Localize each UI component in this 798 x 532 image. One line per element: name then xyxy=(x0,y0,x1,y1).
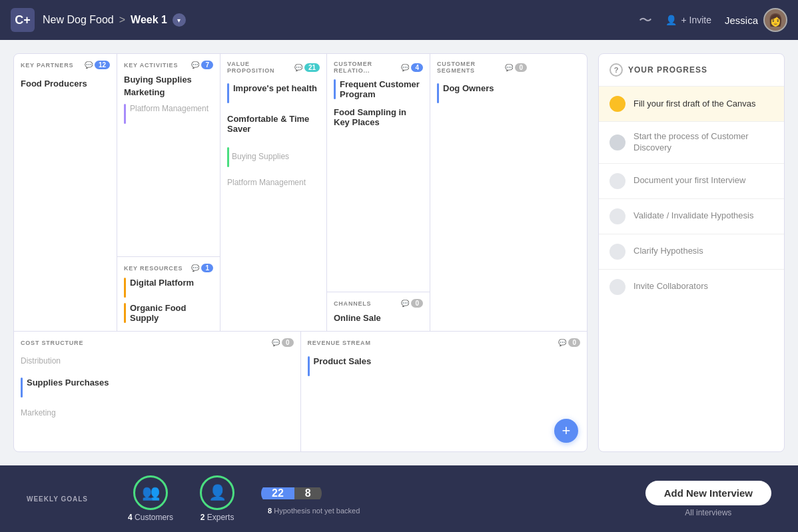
key-partners-col: KEY PARTNERS 💬 12 Food Producers xyxy=(14,54,117,331)
list-item[interactable]: Improve's pet health xyxy=(227,82,320,103)
list-item[interactable]: Frequent Customer Program xyxy=(334,78,423,101)
cost-structure-col: COST STRUCTURE 💬 0 Distribution Supplies… xyxy=(14,332,301,451)
help-icon[interactable]: ? xyxy=(609,63,623,77)
list-item[interactable]: Food Sampling in Key Places xyxy=(334,106,423,129)
experts-goal-text: 2 Experts xyxy=(200,513,234,522)
person-group-icon: 👥 xyxy=(142,484,160,501)
progress-circle-5 xyxy=(609,244,625,260)
list-item[interactable]: Buying Supplies xyxy=(124,73,213,86)
channels-label: CHANNELS xyxy=(334,300,371,307)
hypothesis-goal: 22 8 8 Hypothesis not yet backed xyxy=(261,483,360,515)
channels-count: 💬 0 xyxy=(401,299,423,308)
breadcrumb-separator: > xyxy=(119,14,125,26)
progress-title: YOUR PROGRESS xyxy=(628,65,707,75)
add-interview-section: Add New Interview All interviews xyxy=(645,481,771,517)
experts-circle: 👤 xyxy=(200,475,234,510)
key-partners-count: 💬 12 xyxy=(85,61,110,69)
progress-text-4: Validate / Invalidate Hypothesis xyxy=(633,210,753,222)
list-item[interactable]: Food Producers xyxy=(21,77,110,90)
header-right: 〜 👤 + Invite Jessica 👩 xyxy=(639,8,787,32)
customer-relations-count: 💬 4 xyxy=(401,63,423,72)
person-icon: 👤 xyxy=(665,15,677,25)
progress-item-3[interactable]: Document your first Interview xyxy=(599,164,784,199)
key-resources-col: KEY RESOURCES 💬 1 Digital Platform Organ… xyxy=(117,257,220,331)
value-proposition-count: 💬 21 xyxy=(294,63,320,72)
hypothesis-bar: 22 8 xyxy=(261,483,322,504)
list-item[interactable]: Marketing xyxy=(21,407,294,419)
progress-item-2[interactable]: Start the process of Customer Discovery xyxy=(599,122,784,164)
activity-button[interactable]: 〜 xyxy=(639,11,652,29)
list-item[interactable]: Dog Owners xyxy=(437,82,527,103)
list-item[interactable]: Supplies Purchases xyxy=(21,376,294,398)
revenue-stream-count: 💬 0 xyxy=(558,338,580,347)
progress-circle-4 xyxy=(609,208,625,224)
logo: C+ xyxy=(11,8,35,32)
list-item[interactable]: Digital Platform xyxy=(124,276,213,298)
list-item[interactable]: Platform Management xyxy=(227,176,320,188)
progress-text-6: Invite Collaborators xyxy=(633,281,708,292)
invite-button[interactable]: 👤 + Invite xyxy=(665,15,711,25)
project-name[interactable]: New Dog Food xyxy=(43,14,114,26)
key-activities-label: KEY ACTIVITIES xyxy=(124,62,178,69)
list-item[interactable]: Distribution xyxy=(21,355,294,367)
user-name: Jessica xyxy=(725,15,758,26)
footer-goals: 👥 4 Customers 👤 2 Experts 22 8 8 xyxy=(128,475,360,522)
customer-relations-label: CUSTOMER RELATIO... xyxy=(334,61,401,74)
week-dropdown-icon[interactable]: ▾ xyxy=(173,13,186,27)
value-proposition-col: VALUE PROPOSITION 💬 21 Improve's pet hea… xyxy=(220,54,327,331)
customer-segments-col: CUSTOMER SEGMENTS 💬 0 Dog Owners xyxy=(430,54,534,331)
list-item[interactable]: Buying Supplies xyxy=(227,144,320,168)
customer-segments-label: CUSTOMER SEGMENTS xyxy=(437,61,505,74)
add-interview-button[interactable]: Add New Interview xyxy=(645,481,771,505)
channels-col: CHANNELS 💬 0 Online Sale xyxy=(327,292,430,331)
list-item[interactable]: Online Sale xyxy=(334,312,423,324)
progress-item-6[interactable]: Invite Collaborators xyxy=(599,270,784,304)
canvas-wrapper: KEY PARTNERS 💬 12 Food Producers KEY ACT… xyxy=(13,53,588,452)
customer-segments-count: 💬 0 xyxy=(505,63,527,72)
value-proposition-header: VALUE PROPOSITION 💬 21 xyxy=(227,61,320,74)
canvas-top-row: KEY PARTNERS 💬 12 Food Producers KEY ACT… xyxy=(14,54,587,332)
list-item[interactable]: Product Sales xyxy=(308,355,581,376)
key-resources-header: KEY RESOURCES 💬 1 xyxy=(124,264,213,272)
progress-item-1[interactable]: Fill your first draft of the Canvas xyxy=(599,87,784,122)
hypothesis-label: 8 Hypothesis not yet backed xyxy=(268,507,360,515)
key-partners-header: KEY PARTNERS 💬 12 xyxy=(21,61,110,69)
key-resources-label: KEY RESOURCES xyxy=(124,265,183,272)
progress-item-5[interactable]: Clarify Hypothesis xyxy=(599,234,784,270)
progress-item-4[interactable]: Validate / Invalidate Hypothesis xyxy=(599,199,784,234)
main-content: KEY PARTNERS 💬 12 Food Producers KEY ACT… xyxy=(0,40,798,465)
progress-text-2: Start the process of Customer Discovery xyxy=(633,131,773,154)
list-item[interactable]: Marketing xyxy=(124,86,213,99)
revenue-stream-header: REVENUE STREAM 💬 0 xyxy=(308,338,581,347)
hypothesis-backed-count: 22 xyxy=(261,487,294,499)
list-item[interactable]: Platform Management xyxy=(124,103,213,124)
key-activities-col: KEY ACTIVITIES 💬 7 Buying Supplies Marke… xyxy=(117,54,220,257)
key-activities-resources-col: KEY ACTIVITIES 💬 7 Buying Supplies Marke… xyxy=(117,54,220,331)
key-activities-header: KEY ACTIVITIES 💬 7 xyxy=(124,61,213,69)
user-section: Jessica 👩 xyxy=(725,8,787,32)
key-partners-label: KEY PARTNERS xyxy=(21,62,73,69)
progress-circle-3 xyxy=(609,173,625,189)
progress-text-1: Fill your first draft of the Canvas xyxy=(633,99,756,110)
progress-header: ? YOUR PROGRESS xyxy=(599,54,784,87)
list-item[interactable]: Comfortable & Time Saver xyxy=(227,113,320,135)
activity-icon: 〜 xyxy=(639,11,652,29)
customers-circle: 👥 xyxy=(133,475,168,510)
customer-relations-col: CUSTOMER RELATIO... 💬 4 Frequent Custome… xyxy=(327,54,430,292)
cost-structure-header: COST STRUCTURE 💬 0 xyxy=(21,338,294,347)
week-label[interactable]: Week 1 xyxy=(131,14,167,26)
all-interviews-link[interactable]: All interviews xyxy=(685,508,731,517)
add-canvas-item-button[interactable]: + xyxy=(554,419,578,443)
canvas: KEY PARTNERS 💬 12 Food Producers KEY ACT… xyxy=(13,53,588,452)
customer-segments-header: CUSTOMER SEGMENTS 💬 0 xyxy=(437,61,527,74)
customer-relations-channels-col: CUSTOMER RELATIO... 💬 4 Frequent Custome… xyxy=(327,54,430,331)
canvas-bottom-row: COST STRUCTURE 💬 0 Distribution Supplies… xyxy=(14,332,587,451)
footer: WEEKLY GOALS 👥 4 Customers 👤 2 Experts xyxy=(0,465,798,532)
cost-structure-label: COST STRUCTURE xyxy=(21,340,83,346)
breadcrumb: New Dog Food > Week 1 ▾ xyxy=(43,13,186,27)
customer-relations-header: CUSTOMER RELATIO... 💬 4 xyxy=(334,61,423,74)
header: C+ New Dog Food > Week 1 ▾ 〜 👤 + Invite … xyxy=(0,0,798,40)
avatar[interactable]: 👩 xyxy=(763,8,787,32)
key-resources-count: 💬 1 xyxy=(191,264,213,272)
list-item[interactable]: Organic Food Supply xyxy=(124,302,213,324)
